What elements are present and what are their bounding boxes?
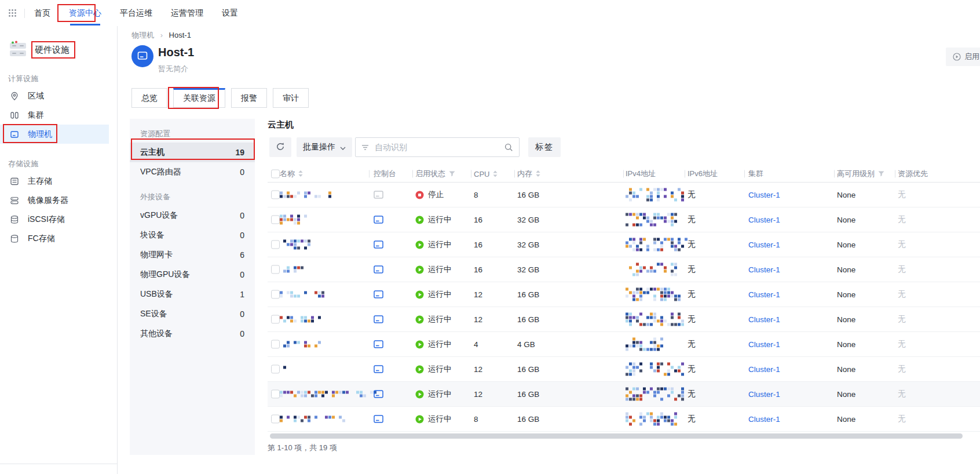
- cluster-link[interactable]: Cluster-1: [748, 390, 780, 399]
- cluster-link[interactable]: Cluster-1: [748, 240, 780, 249]
- resource-panel-item-vgpu-device[interactable]: vGPU设备0: [130, 206, 255, 225]
- nav-item-operations[interactable]: 运营管理: [171, 0, 203, 26]
- cluster-link[interactable]: Cluster-1: [748, 290, 780, 299]
- column-header-memory[interactable]: 内存: [517, 169, 540, 179]
- select-all-checkbox[interactable]: [271, 169, 280, 178]
- cluster-link[interactable]: Cluster-1: [748, 216, 780, 224]
- resource-panel-item-vpc-router[interactable]: VPC路由器0: [130, 162, 255, 182]
- sidebar-item-image-server[interactable]: 镜像服务器: [0, 191, 109, 210]
- row-checkbox[interactable]: [271, 315, 280, 324]
- vm-name-cell[interactable]: [280, 366, 307, 373]
- console-icon[interactable]: [374, 265, 383, 274]
- tab-related-resources[interactable]: 关联资源: [173, 88, 225, 108]
- nav-item-resource-center[interactable]: 资源中心: [69, 0, 101, 26]
- ipv4-cell: [626, 263, 677, 276]
- row-checkbox[interactable]: [271, 191, 280, 199]
- enable-button-label: 启用: [964, 52, 979, 62]
- nav-item-home[interactable]: 首页: [34, 0, 50, 26]
- console-icon[interactable]: [374, 415, 383, 424]
- sidebar-item-cluster[interactable]: 集群: [0, 105, 109, 125]
- console-icon[interactable]: [374, 365, 383, 374]
- sidebar-item-label: 镜像服务器: [28, 195, 68, 206]
- console-icon[interactable]: [374, 240, 383, 249]
- refresh-button[interactable]: [269, 137, 291, 157]
- vm-name-cell[interactable]: [280, 192, 331, 198]
- table-row: 运行中1632 GB无Cluster-1None无: [268, 257, 980, 282]
- cluster-link[interactable]: Cluster-1: [748, 315, 780, 324]
- priority-cell: 无: [898, 314, 906, 324]
- cluster-link[interactable]: Cluster-1: [748, 340, 780, 349]
- cpu-cell: 8: [474, 191, 478, 199]
- ipv4-cell: [626, 338, 663, 351]
- vm-name-cell[interactable]: [280, 291, 324, 298]
- status-cell: 运行中: [415, 339, 452, 349]
- tab-overview[interactable]: 总览: [131, 88, 167, 108]
- column-header-cpu[interactable]: CPU: [474, 169, 498, 178]
- console-icon[interactable]: [374, 340, 383, 349]
- resource-panel-item-usb-device[interactable]: USB设备1: [130, 285, 255, 304]
- batch-actions-button[interactable]: 批量操作: [297, 137, 352, 157]
- sidebar-item-iscsi-storage[interactable]: iSCSI存储: [0, 210, 109, 229]
- cluster-link[interactable]: Cluster-1: [748, 191, 780, 199]
- resource-panel-item-other-device[interactable]: 其他设备0: [130, 324, 255, 344]
- search-input[interactable]: [374, 142, 504, 152]
- search-icon[interactable]: [504, 143, 513, 152]
- column-header-ha-level[interactable]: 高可用级别: [837, 169, 884, 179]
- console-icon[interactable]: [374, 216, 383, 224]
- app-grid-icon[interactable]: [8, 9, 17, 17]
- console-icon[interactable]: [374, 315, 383, 324]
- batch-actions-label: 批量操作: [303, 142, 335, 152]
- resource-panel-item-physical-gpu-device[interactable]: 物理GPU设备0: [130, 265, 255, 285]
- resource-panel-item-vm-instance[interactable]: 云主机19: [130, 143, 255, 162]
- row-checkbox[interactable]: [271, 415, 280, 424]
- row-checkbox[interactable]: [271, 365, 280, 374]
- column-header-status[interactable]: 启用状态: [415, 169, 455, 179]
- resource-panel-item-se-device[interactable]: SE设备0: [130, 304, 255, 324]
- sidebar-item-fc-storage[interactable]: FC存储: [0, 229, 109, 248]
- row-checkbox[interactable]: [271, 216, 280, 224]
- resource-panel-item-count: 0: [240, 329, 244, 338]
- memory-cell: 32 GB: [517, 216, 539, 224]
- nav-item-platform-ops[interactable]: 平台运维: [120, 0, 152, 26]
- row-checkbox[interactable]: [271, 340, 280, 349]
- vm-name-cell[interactable]: [280, 267, 303, 273]
- resource-panel-item-physical-nic[interactable]: 物理网卡6: [130, 245, 255, 265]
- sidebar-item-label: 集群: [28, 110, 44, 121]
- hardware-facility-icon: [8, 41, 28, 60]
- row-checkbox[interactable]: [271, 290, 280, 299]
- horizontal-scrollbar[interactable]: [270, 433, 963, 439]
- vm-name-cell[interactable]: [280, 391, 376, 398]
- console-icon[interactable]: [374, 290, 383, 299]
- sidebar-item-host[interactable]: 物理机: [0, 125, 109, 144]
- vm-name-cell[interactable]: [280, 240, 310, 250]
- tag-button[interactable]: 标签: [528, 137, 561, 157]
- table-row: 运行中816 GB无Cluster-1None无: [268, 407, 980, 432]
- tab-alarm[interactable]: 报警: [231, 88, 267, 108]
- page-subtitle: 暂无简介: [158, 64, 188, 74]
- console-cell: [374, 390, 383, 399]
- vm-name-cell[interactable]: [280, 416, 345, 422]
- console-icon[interactable]: [374, 390, 383, 399]
- table-row: 运行中1632 GB无Cluster-1None无: [268, 232, 980, 257]
- tab-audit[interactable]: 审计: [273, 88, 309, 108]
- resource-panel-item-count: 0: [240, 309, 244, 319]
- nav-item-settings[interactable]: 设置: [222, 0, 238, 26]
- enable-button[interactable]: 启用: [946, 48, 980, 66]
- vm-name-cell[interactable]: [280, 341, 321, 348]
- column-header-name[interactable]: 名称: [280, 169, 303, 179]
- cluster-link[interactable]: Cluster-1: [748, 365, 780, 374]
- vm-name-cell[interactable]: [280, 215, 307, 225]
- row-checkbox[interactable]: [271, 240, 280, 249]
- sidebar-app-label: 硬件设施: [35, 45, 70, 56]
- sidebar-item-primary-storage[interactable]: 主存储: [0, 172, 109, 191]
- sidebar-item-region[interactable]: 区域: [0, 86, 109, 105]
- console-icon[interactable]: [374, 191, 383, 199]
- breadcrumb-parent[interactable]: 物理机: [131, 31, 154, 39]
- resource-panel-item-block-device[interactable]: 块设备0: [130, 225, 255, 245]
- row-checkbox[interactable]: [271, 390, 280, 399]
- row-checkbox[interactable]: [271, 265, 280, 274]
- cluster-link[interactable]: Cluster-1: [748, 265, 780, 274]
- ipv4-redacted: [626, 338, 663, 351]
- vm-name-cell[interactable]: [280, 316, 324, 323]
- cluster-link[interactable]: Cluster-1: [748, 415, 780, 424]
